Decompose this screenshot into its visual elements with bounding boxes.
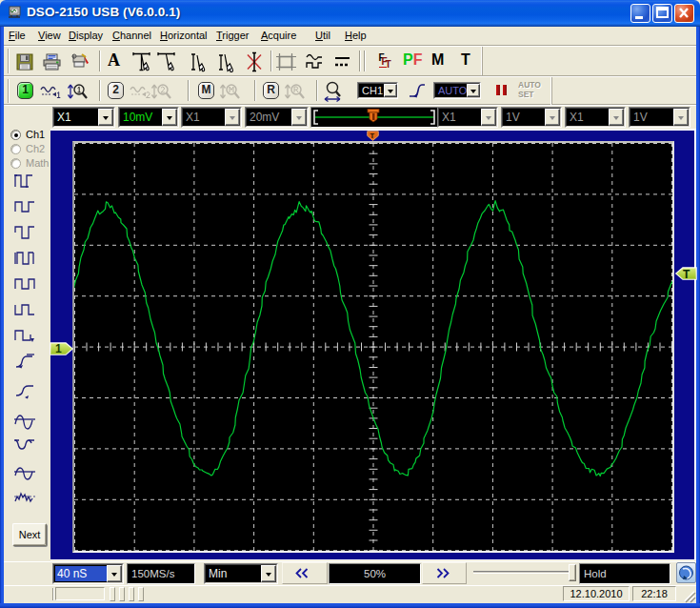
- svg-text:1: 1: [55, 342, 62, 355]
- svg-text:T: T: [683, 268, 690, 281]
- svg-text:T: T: [370, 132, 375, 140]
- svg-text:T: T: [386, 59, 391, 70]
